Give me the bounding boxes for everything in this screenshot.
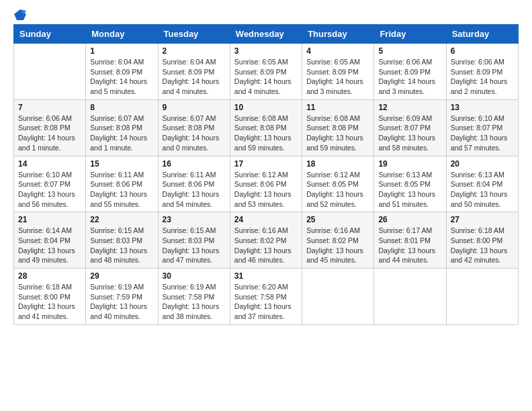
- calendar-cell: 24Sunrise: 6:16 AMSunset: 8:02 PMDayligh…: [230, 212, 302, 269]
- calendar-day-header: Wednesday: [230, 25, 302, 44]
- calendar-cell: 20Sunrise: 6:13 AMSunset: 8:04 PMDayligh…: [446, 156, 518, 212]
- calendar-cell: [14, 44, 86, 100]
- calendar-cell: 7Sunrise: 6:06 AMSunset: 8:08 PMDaylight…: [14, 99, 86, 156]
- calendar-week-row: 28Sunrise: 6:18 AMSunset: 8:00 PMDayligh…: [14, 269, 519, 325]
- calendar-cell: 6Sunrise: 6:06 AMSunset: 8:09 PMDaylight…: [446, 44, 518, 100]
- calendar-day-header: Friday: [374, 25, 446, 44]
- day-detail: Sunrise: 6:06 AMSunset: 8:09 PMDaylight:…: [378, 57, 441, 97]
- calendar-day-header: Sunday: [14, 25, 86, 44]
- day-detail: Sunrise: 6:17 AMSunset: 8:01 PMDaylight:…: [378, 226, 441, 265]
- day-detail: Sunrise: 6:16 AMSunset: 8:02 PMDaylight:…: [234, 226, 298, 265]
- day-number: 29: [90, 271, 153, 281]
- day-detail: Sunrise: 6:19 AMSunset: 7:59 PMDaylight:…: [90, 282, 153, 322]
- day-detail: Sunrise: 6:05 AMSunset: 8:09 PMDaylight:…: [234, 57, 298, 97]
- day-detail: Sunrise: 6:16 AMSunset: 8:02 PMDaylight:…: [306, 226, 369, 265]
- day-number: 24: [234, 215, 298, 224]
- calendar-cell: 23Sunrise: 6:15 AMSunset: 8:03 PMDayligh…: [158, 212, 230, 269]
- calendar-week-row: 7Sunrise: 6:06 AMSunset: 8:08 PMDaylight…: [14, 99, 519, 156]
- day-detail: Sunrise: 6:04 AMSunset: 8:09 PMDaylight:…: [163, 57, 226, 97]
- calendar-table: SundayMondayTuesdayWednesdayThursdayFrid…: [13, 24, 519, 325]
- logo: [13, 13, 26, 17]
- day-detail: Sunrise: 6:11 AMSunset: 8:06 PMDaylight:…: [90, 170, 153, 210]
- calendar-cell: 9Sunrise: 6:07 AMSunset: 8:08 PMDaylight…: [158, 99, 230, 156]
- day-number: 6: [451, 46, 514, 56]
- day-detail: Sunrise: 6:15 AMSunset: 8:03 PMDaylight:…: [163, 226, 226, 265]
- day-detail: Sunrise: 6:04 AMSunset: 8:09 PMDaylight:…: [90, 57, 153, 97]
- day-number: 9: [163, 103, 226, 112]
- day-detail: Sunrise: 6:12 AMSunset: 8:05 PMDaylight:…: [306, 170, 369, 210]
- day-detail: Sunrise: 6:14 AMSunset: 8:04 PMDaylight:…: [18, 226, 81, 265]
- day-number: 1: [90, 46, 153, 56]
- calendar-cell: 19Sunrise: 6:13 AMSunset: 8:05 PMDayligh…: [374, 156, 446, 212]
- calendar-cell: 13Sunrise: 6:10 AMSunset: 8:07 PMDayligh…: [446, 99, 518, 156]
- calendar-cell: 14Sunrise: 6:10 AMSunset: 8:07 PMDayligh…: [14, 156, 86, 212]
- day-number: 26: [378, 215, 441, 224]
- calendar-cell: [302, 269, 374, 325]
- calendar-cell: 5Sunrise: 6:06 AMSunset: 8:09 PMDaylight…: [374, 44, 446, 100]
- calendar-cell: 29Sunrise: 6:19 AMSunset: 7:59 PMDayligh…: [86, 269, 158, 325]
- day-detail: Sunrise: 6:20 AMSunset: 7:58 PMDaylight:…: [234, 282, 298, 322]
- day-number: 4: [306, 46, 369, 56]
- day-detail: Sunrise: 6:10 AMSunset: 8:07 PMDaylight:…: [451, 113, 514, 153]
- day-number: 20: [451, 159, 514, 169]
- day-number: 18: [306, 159, 369, 169]
- calendar-cell: 1Sunrise: 6:04 AMSunset: 8:09 PMDaylight…: [86, 44, 158, 100]
- calendar-day-header: Monday: [86, 25, 158, 44]
- day-detail: Sunrise: 6:13 AMSunset: 8:04 PMDaylight:…: [451, 170, 514, 210]
- day-number: 13: [451, 103, 514, 112]
- calendar-cell: [446, 269, 518, 325]
- calendar-cell: 31Sunrise: 6:20 AMSunset: 7:58 PMDayligh…: [230, 269, 302, 325]
- day-number: 14: [18, 159, 81, 169]
- calendar-cell: 4Sunrise: 6:05 AMSunset: 8:09 PMDaylight…: [302, 44, 374, 100]
- day-detail: Sunrise: 6:13 AMSunset: 8:05 PMDaylight:…: [378, 170, 441, 210]
- calendar-cell: 17Sunrise: 6:12 AMSunset: 8:06 PMDayligh…: [230, 156, 302, 212]
- day-number: 23: [163, 215, 226, 224]
- calendar-day-header: Thursday: [302, 25, 374, 44]
- calendar-week-row: 14Sunrise: 6:10 AMSunset: 8:07 PMDayligh…: [14, 156, 519, 212]
- day-detail: Sunrise: 6:07 AMSunset: 8:08 PMDaylight:…: [163, 113, 226, 153]
- calendar-cell: 3Sunrise: 6:05 AMSunset: 8:09 PMDaylight…: [230, 44, 302, 100]
- day-detail: Sunrise: 6:08 AMSunset: 8:08 PMDaylight:…: [306, 113, 369, 153]
- day-number: 15: [90, 159, 153, 169]
- calendar-cell: 2Sunrise: 6:04 AMSunset: 8:09 PMDaylight…: [158, 44, 230, 100]
- calendar-header: SundayMondayTuesdayWednesdayThursdayFrid…: [14, 25, 519, 44]
- day-detail: Sunrise: 6:08 AMSunset: 8:08 PMDaylight:…: [234, 113, 298, 153]
- calendar-day-header: Saturday: [446, 25, 518, 44]
- day-detail: Sunrise: 6:12 AMSunset: 8:06 PMDaylight:…: [234, 170, 298, 210]
- calendar-body: 1Sunrise: 6:04 AMSunset: 8:09 PMDaylight…: [14, 44, 519, 325]
- calendar-cell: 8Sunrise: 6:07 AMSunset: 8:08 PMDaylight…: [86, 99, 158, 156]
- day-detail: Sunrise: 6:10 AMSunset: 8:07 PMDaylight:…: [18, 170, 81, 210]
- calendar-cell: 10Sunrise: 6:08 AMSunset: 8:08 PMDayligh…: [230, 99, 302, 156]
- day-detail: Sunrise: 6:19 AMSunset: 7:58 PMDaylight:…: [163, 282, 226, 322]
- day-number: 2: [163, 46, 226, 56]
- calendar-cell: 25Sunrise: 6:16 AMSunset: 8:02 PMDayligh…: [302, 212, 374, 269]
- day-number: 22: [90, 215, 153, 224]
- day-number: 8: [90, 103, 153, 112]
- page-header: [13, 13, 519, 17]
- calendar-cell: [374, 269, 446, 325]
- day-number: 5: [378, 46, 441, 56]
- day-number: 25: [306, 215, 369, 224]
- day-number: 3: [234, 46, 298, 56]
- day-detail: Sunrise: 6:11 AMSunset: 8:06 PMDaylight:…: [163, 170, 226, 210]
- calendar-cell: 12Sunrise: 6:09 AMSunset: 8:07 PMDayligh…: [374, 99, 446, 156]
- day-detail: Sunrise: 6:06 AMSunset: 8:08 PMDaylight:…: [18, 113, 81, 153]
- day-number: 27: [451, 215, 514, 224]
- calendar-week-row: 1Sunrise: 6:04 AMSunset: 8:09 PMDaylight…: [14, 44, 519, 100]
- calendar-cell: 18Sunrise: 6:12 AMSunset: 8:05 PMDayligh…: [302, 156, 374, 212]
- day-number: 10: [234, 103, 298, 112]
- calendar-cell: 30Sunrise: 6:19 AMSunset: 7:58 PMDayligh…: [158, 269, 230, 325]
- calendar-cell: 15Sunrise: 6:11 AMSunset: 8:06 PMDayligh…: [86, 156, 158, 212]
- calendar-cell: 21Sunrise: 6:14 AMSunset: 8:04 PMDayligh…: [14, 212, 86, 269]
- day-detail: Sunrise: 6:18 AMSunset: 8:00 PMDaylight:…: [18, 282, 81, 322]
- day-number: 21: [18, 215, 81, 224]
- calendar-cell: 16Sunrise: 6:11 AMSunset: 8:06 PMDayligh…: [158, 156, 230, 212]
- day-number: 19: [378, 159, 441, 169]
- calendar-cell: 11Sunrise: 6:08 AMSunset: 8:08 PMDayligh…: [302, 99, 374, 156]
- day-detail: Sunrise: 6:15 AMSunset: 8:03 PMDaylight:…: [90, 226, 153, 265]
- day-detail: Sunrise: 6:09 AMSunset: 8:07 PMDaylight:…: [378, 113, 441, 153]
- day-number: 16: [163, 159, 226, 169]
- day-detail: Sunrise: 6:06 AMSunset: 8:09 PMDaylight:…: [451, 57, 514, 97]
- calendar-cell: 22Sunrise: 6:15 AMSunset: 8:03 PMDayligh…: [86, 212, 158, 269]
- calendar-cell: 27Sunrise: 6:18 AMSunset: 8:00 PMDayligh…: [446, 212, 518, 269]
